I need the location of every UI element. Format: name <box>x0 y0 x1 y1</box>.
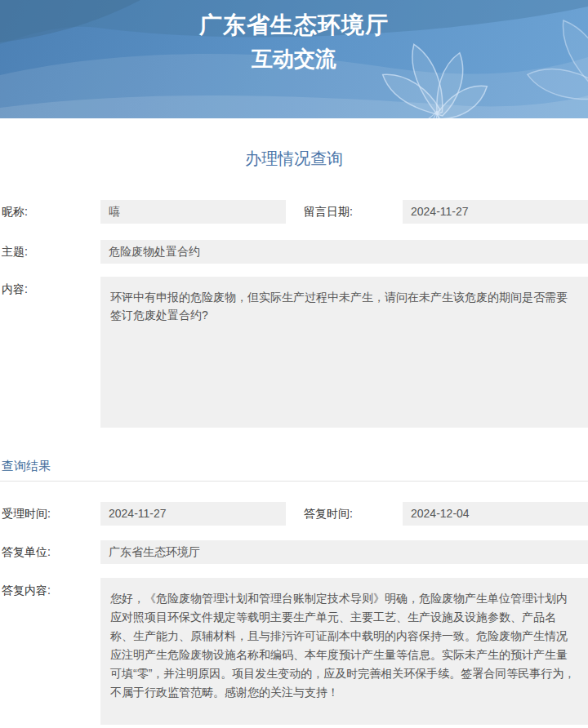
row-nickname-date: 昵称: 嘻 留言日期: 2024-11-27 <box>0 200 588 224</box>
row-accept-reply-time: 受理时间: 2024-11-27 答复时间: 2024-12-04 <box>0 502 588 526</box>
accept-time-field[interactable]: 2024-11-27 <box>100 502 286 526</box>
nickname-label: 昵称: <box>0 200 100 224</box>
reply-unit-field[interactable]: 广东省生态环境厅 <box>100 540 588 564</box>
row-content: 内容: 环评中有申报的危险废物，但实际生产过程中未产生，请问在未产生该危废的期间… <box>0 277 588 428</box>
nickname-field[interactable]: 嘻 <box>100 200 286 224</box>
row-subject: 主题: 危险废物处置合约 <box>0 240 588 264</box>
page-title: 办理情况查询 <box>0 148 588 170</box>
reply-content-textarea[interactable]: 您好，《危险废物管理计划和管理台账制定技术导则》明确，危险废物产生单位管理计划内… <box>100 578 588 725</box>
header-titles: 广东省生态环境厅 互动交流 <box>0 0 588 75</box>
subject-label: 主题: <box>0 240 100 264</box>
accept-time-label: 受理时间: <box>0 502 100 526</box>
subject-field[interactable]: 危险废物处置合约 <box>100 240 588 264</box>
reply-time-label: 答复时间: <box>302 502 403 526</box>
reply-unit-label: 答复单位: <box>0 540 100 564</box>
content-label: 内容: <box>0 277 100 297</box>
page-header: 广东省生态环境厅 互动交流 <box>0 0 588 118</box>
row-reply-unit: 答复单位: 广东省生态环境厅 <box>0 540 588 564</box>
reply-content-label: 答复内容: <box>0 578 100 598</box>
section-name: 互动交流 <box>0 42 588 75</box>
reply-time-field[interactable]: 2024-12-04 <box>403 502 588 526</box>
content-textarea[interactable]: 环评中有申报的危险废物，但实际生产过程中未产生，请问在未产生该危废的期间是否需要… <box>100 277 588 428</box>
message-date-label: 留言日期: <box>302 200 403 224</box>
query-result-section-title: 查询结果 <box>0 459 588 482</box>
message-date-field[interactable]: 2024-11-27 <box>403 200 588 224</box>
row-reply-content: 答复内容: 您好，《危险废物管理计划和管理台账制定技术导则》明确，危险废物产生单… <box>0 578 588 725</box>
site-title: 广东省生态环境厅 <box>0 8 588 42</box>
main-content: 办理情况查询 昵称: 嘻 留言日期: 2024-11-27 主题: 危险废物处置… <box>0 148 588 725</box>
